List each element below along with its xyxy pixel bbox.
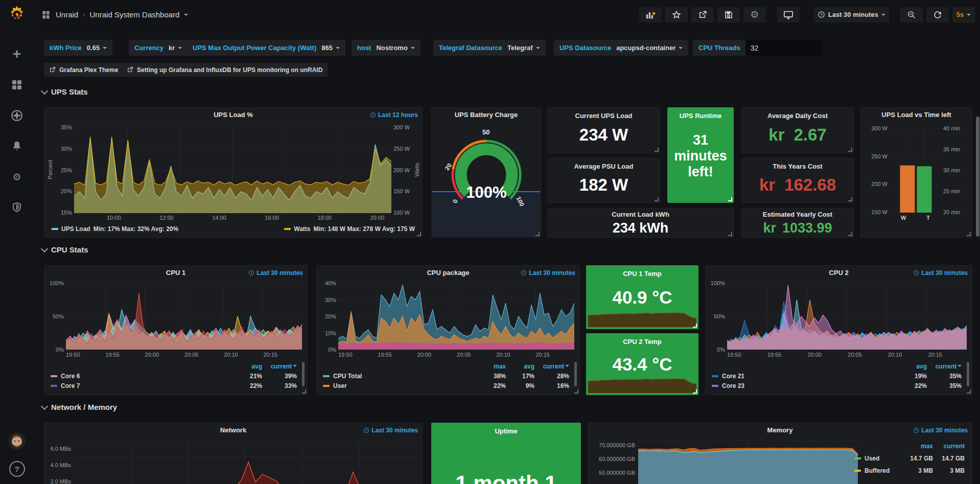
panel-title[interactable]: CPU 2 Temp	[587, 338, 698, 345]
variable-ups-datasource[interactable]: UPS Datasource apcupsd-container	[554, 40, 688, 56]
panel-time-range[interactable]: Last 12 hours	[370, 111, 418, 119]
resize-handle[interactable]	[693, 389, 697, 394]
panel-title[interactable]: CPU 1 Temp	[587, 270, 698, 278]
breadcrumb-dashboard-title[interactable]: Unraid System Dashboard	[90, 10, 180, 19]
resize-handle[interactable]	[848, 232, 852, 236]
variable-telegraf-datasource[interactable]: Telegraf Datasource Telegraf	[433, 40, 546, 56]
page-scrollbar[interactable]	[976, 117, 979, 237]
grafana-logo-icon[interactable]	[7, 3, 27, 26]
resize-handle[interactable]	[728, 197, 732, 201]
server-admin-shield-icon[interactable]	[8, 198, 26, 217]
panel-time-range[interactable]: Last 30 minutes	[913, 269, 968, 276]
add-panel-button[interactable]	[639, 7, 662, 22]
variable-kwh-price[interactable]: kWh Price 0.65	[44, 40, 112, 56]
alerting-bell-icon[interactable]	[8, 137, 26, 155]
zoom-out-button[interactable]	[900, 7, 923, 22]
panel-title[interactable]: UPS Battery Charge	[432, 111, 541, 119]
legend-item[interactable]: User	[323, 382, 473, 389]
legend-header-avg[interactable]: avg	[897, 363, 927, 370]
refresh-button[interactable]	[926, 7, 949, 22]
time-picker-button[interactable]: Last 30 minutes	[814, 7, 889, 22]
variable-value[interactable]: Telegraf	[507, 44, 540, 52]
panel-title[interactable]: Estimated Yearly Cost	[742, 211, 853, 218]
panel-title[interactable]: Current Load kWh	[548, 211, 733, 218]
panel-time-range[interactable]: Last 30 minutes	[521, 269, 575, 276]
resize-handle[interactable]	[967, 232, 971, 236]
ups-load-chart[interactable]	[74, 127, 391, 213]
resize-handle[interactable]	[302, 389, 306, 394]
panel-title[interactable]: UPS Load %	[44, 111, 422, 119]
resize-handle[interactable]	[655, 197, 659, 201]
panel-title[interactable]: UPS Runtime	[668, 112, 733, 120]
legend-header-current[interactable]: current	[933, 443, 965, 450]
legend-item[interactable]: Used	[854, 455, 901, 462]
legend-scrollbar[interactable]	[574, 362, 577, 386]
create-icon[interactable]: +	[8, 45, 26, 63]
save-button[interactable]	[717, 7, 740, 22]
resize-handle[interactable]	[535, 232, 540, 236]
dashboard-caret-icon[interactable]	[184, 14, 188, 18]
resize-handle[interactable]	[848, 197, 852, 201]
section-network-memory[interactable]: Network / Memory	[42, 403, 117, 411]
legend-header-current[interactable]: current	[534, 363, 569, 370]
panel-title[interactable]: Average Daily Cost	[742, 112, 853, 120]
user-avatar[interactable]	[8, 432, 26, 450]
share-button[interactable]	[691, 7, 714, 22]
section-ups-stats[interactable]: UPS Stats	[42, 87, 88, 96]
legend-header-current[interactable]: current	[262, 363, 297, 370]
variable-currency[interactable]: Currency kr	[129, 40, 188, 56]
panel-title[interactable]: Uptime	[432, 427, 580, 435]
panel-time-range[interactable]: Last 30 minutes	[363, 427, 418, 434]
panel-time-range[interactable]: Last 30 minutes	[248, 269, 303, 276]
variable-ups-max-output[interactable]: UPS Max Output Power Capacity (Watt) 865	[187, 40, 345, 56]
panel-title[interactable]: UPS Load vs Time left	[861, 111, 972, 119]
legend-item[interactable]: Buffered	[854, 467, 901, 474]
legend-scrollbar[interactable]	[302, 362, 305, 386]
legend-header-avg[interactable]: avg	[506, 363, 534, 370]
link-ups-monitoring-guide[interactable]: Setting up Grafana and InfluxDB for UPS …	[122, 63, 328, 77]
breadcrumb-folder[interactable]: Unraid	[56, 10, 78, 19]
dashboard-settings-button[interactable]: ⚙	[743, 7, 766, 22]
panel-title[interactable]: Current UPS Load	[548, 112, 660, 120]
resize-handle[interactable]	[417, 232, 421, 236]
legend-header-max[interactable]: max	[473, 363, 506, 370]
refresh-interval-button[interactable]: 5s	[952, 7, 975, 22]
legend-scrollbar[interactable]	[967, 362, 969, 386]
dashboard-grid-icon[interactable]	[41, 10, 51, 20]
variable-host[interactable]: host Nostromo	[352, 40, 421, 56]
legend-header-current[interactable]: current	[927, 363, 962, 370]
panel-title[interactable]: This Years Cost	[742, 163, 853, 170]
cpu-threads-input[interactable]: 32	[745, 40, 822, 56]
help-icon[interactable]: ?	[9, 461, 25, 477]
variable-value[interactable]: apcupsd-container	[616, 44, 683, 52]
cpu1-chart[interactable]	[66, 283, 302, 350]
legend-item[interactable]: Core 7	[51, 382, 232, 389]
resize-handle[interactable]	[728, 232, 732, 236]
legend-item[interactable]: Core 6	[51, 373, 232, 380]
resize-handle[interactable]	[693, 324, 697, 328]
memory-chart[interactable]	[638, 441, 858, 484]
cycle-view-mode-button[interactable]	[777, 7, 800, 22]
legend-header-avg[interactable]: avg	[232, 363, 262, 370]
variable-value[interactable]: kr	[169, 44, 182, 52]
panel-title[interactable]: Average PSU Load	[548, 163, 660, 170]
resize-handle[interactable]	[848, 148, 852, 152]
legend-header-max[interactable]: max	[901, 443, 933, 450]
legend-item[interactable]: UPS LoadMin: 17% Max: 32% Avg: 20%	[52, 225, 178, 233]
explore-icon[interactable]	[8, 106, 26, 125]
resize-handle[interactable]	[574, 389, 578, 394]
legend-item[interactable]: WattsMin: 148 W Max: 278 W Avg: 175 W	[284, 225, 415, 233]
legend-item[interactable]: Core 21	[712, 373, 897, 380]
variable-value[interactable]: Nostromo	[376, 44, 414, 52]
cpu-package-chart[interactable]	[338, 283, 574, 350]
configuration-gear-icon[interactable]: ⚙	[8, 168, 26, 186]
load-vs-time-chart[interactable]	[891, 128, 940, 213]
legend-item[interactable]: Core 23	[712, 382, 897, 389]
variable-value[interactable]: 865	[321, 44, 340, 52]
section-cpu-stats[interactable]: CPU Stats	[42, 245, 88, 254]
resize-handle[interactable]	[967, 389, 971, 394]
cpu2-chart[interactable]	[727, 283, 967, 350]
legend-item[interactable]: CPU Total	[323, 373, 473, 380]
link-grafana-plex-theme[interactable]: Grafana Plex Theme	[44, 63, 123, 77]
variable-value[interactable]: 0.65	[87, 44, 107, 52]
